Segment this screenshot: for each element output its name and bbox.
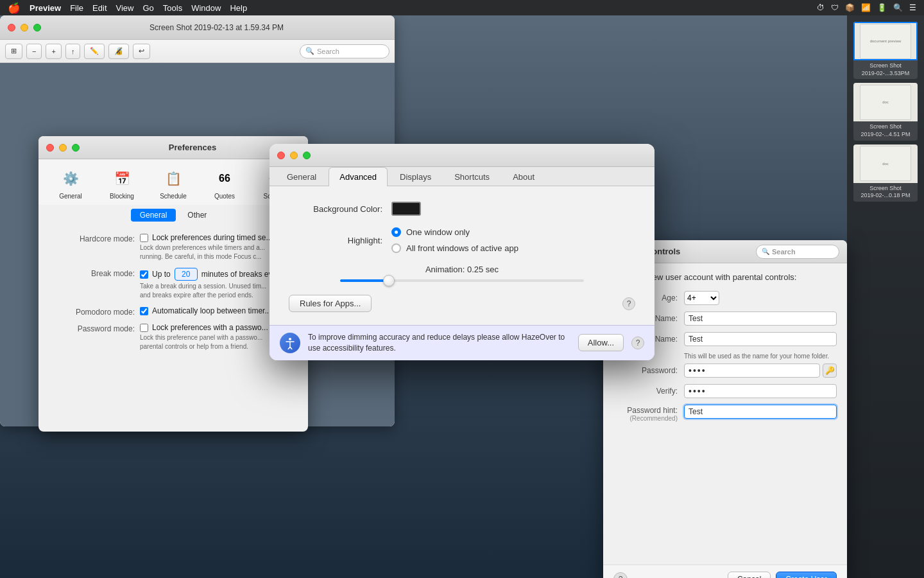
break-mode-label: Break mode: bbox=[51, 268, 135, 278]
time-machine-icon[interactable]: ⏱ bbox=[817, 3, 825, 12]
parental-search-input[interactable]: 🔍 Search bbox=[756, 245, 839, 259]
animation-section: Animation: 0.25 sec bbox=[289, 265, 635, 282]
accessibility-help-button[interactable]: ? bbox=[631, 337, 644, 349]
pomodoro-mode-checkbox-label: Automatically loop between timer... bbox=[152, 306, 271, 315]
tab-general[interactable]: General bbox=[276, 167, 327, 186]
menu-edit[interactable]: Edit bbox=[92, 3, 107, 13]
prefs-maximize-button[interactable] bbox=[72, 144, 80, 152]
background-color-label: Background Color: bbox=[289, 204, 391, 214]
break-minutes-input[interactable] bbox=[175, 268, 198, 281]
share-button[interactable]: ↑ bbox=[65, 44, 81, 59]
zoom-out-button[interactable]: − bbox=[26, 44, 42, 59]
prefs-icon-general[interactable]: ⚙️ General bbox=[51, 167, 90, 200]
menu-view[interactable]: View bbox=[116, 3, 134, 13]
key-icon[interactable]: 🔑 bbox=[823, 363, 837, 378]
security-icon[interactable]: 🛡 bbox=[831, 3, 839, 12]
preview-maximize-button[interactable] bbox=[33, 24, 41, 31]
dropbox-icon[interactable]: 📦 bbox=[845, 3, 855, 12]
tab-displays[interactable]: Displays bbox=[389, 167, 442, 186]
password-row: Password: •••• 🔑 bbox=[613, 363, 837, 378]
rules-for-apps-button[interactable]: Rules for Apps... bbox=[289, 295, 372, 312]
apple-menu-icon[interactable]: 🍎 bbox=[8, 2, 21, 14]
full-name-input[interactable] bbox=[684, 311, 837, 326]
tab-advanced[interactable]: Advanced bbox=[329, 167, 388, 186]
parental-create-button[interactable]: Create User bbox=[776, 572, 837, 578]
tab-shortcuts[interactable]: Shortcuts bbox=[443, 167, 501, 186]
prefs-subnav-other[interactable]: Other bbox=[178, 209, 216, 222]
one-window-radio[interactable] bbox=[391, 227, 401, 237]
modal-close-button[interactable] bbox=[277, 152, 285, 159]
parental-search-placeholder: Search bbox=[772, 248, 796, 256]
one-window-option[interactable]: One window only bbox=[391, 227, 518, 237]
highlight-radio-group: One window only All front windows of act… bbox=[391, 227, 518, 253]
parental-controls-footer: ? Cancel Create User bbox=[603, 565, 847, 578]
notification-icon[interactable]: ☰ bbox=[909, 3, 916, 12]
parental-help-button[interactable]: ? bbox=[613, 572, 628, 578]
prefs-icon-schedule[interactable]: 📋 Schedule bbox=[154, 167, 193, 200]
rules-row: Rules for Apps... ? bbox=[289, 295, 635, 312]
modal-titlebar bbox=[270, 144, 654, 167]
all-windows-radio[interactable] bbox=[391, 243, 401, 253]
allow-button[interactable]: Allow... bbox=[578, 334, 624, 351]
wifi-icon[interactable]: 📶 bbox=[861, 3, 871, 12]
password-input[interactable]: •••• bbox=[684, 363, 820, 378]
account-name-input[interactable] bbox=[684, 332, 837, 346]
prefs-icon-quotes[interactable]: 66 Quotes bbox=[205, 167, 244, 200]
prefs-minimize-button[interactable] bbox=[59, 144, 67, 152]
password-mode-checkbox[interactable] bbox=[140, 324, 148, 332]
modal-minimize-button[interactable] bbox=[290, 152, 298, 159]
break-mode-suffix: minutes of breaks ev... bbox=[201, 270, 278, 279]
thumbnail-sidebar: document preview Screen Shot2019-02-...3… bbox=[847, 15, 924, 578]
app-name[interactable]: Preview bbox=[30, 3, 61, 13]
battery-icon[interactable]: 🔋 bbox=[877, 3, 887, 12]
preview-search-input[interactable]: 🔍 Search bbox=[300, 44, 389, 58]
thumbnail-3[interactable]: doc Screen Shot2019-02-...0.18 PM bbox=[853, 144, 918, 202]
rotate-button[interactable]: ↩ bbox=[133, 44, 150, 59]
stamp-button[interactable]: 🔏 bbox=[108, 44, 129, 59]
thumbnail-2[interactable]: doc Screen Shot2019-02-...4.51 PM bbox=[853, 83, 918, 140]
parental-cancel-button[interactable]: Cancel bbox=[728, 572, 771, 578]
break-mode-checkbox[interactable] bbox=[140, 270, 148, 279]
modal-maximize-button[interactable] bbox=[303, 152, 311, 159]
prefs-icon-blocking[interactable]: 📅 Blocking bbox=[103, 167, 141, 200]
prefs-subnav-general[interactable]: General bbox=[131, 209, 176, 222]
sidebar-toggle-button[interactable]: ⊞ bbox=[5, 44, 22, 59]
preview-toolbar: ⊞ − + ↑ ✏️ 🔏 ↩ 🔍 Search bbox=[0, 40, 395, 63]
hardcore-mode-checkbox[interactable] bbox=[140, 234, 148, 242]
thumb-doc-2: doc bbox=[860, 85, 911, 120]
help-button[interactable]: ? bbox=[622, 297, 635, 310]
background-color-swatch[interactable] bbox=[391, 202, 421, 216]
age-select[interactable]: 4+ 9+ 12+ 17+ bbox=[684, 291, 719, 305]
verify-input[interactable]: •••• bbox=[684, 384, 837, 398]
preferences-subnav: General Other bbox=[38, 205, 308, 225]
prefs-close-button[interactable] bbox=[46, 144, 54, 152]
password-hint-input[interactable] bbox=[684, 405, 837, 419]
preview-titlebar: Screen Shot 2019-02-13 at 1.59.34 PM bbox=[0, 15, 395, 40]
thumbnail-img-1: document preview bbox=[853, 22, 918, 60]
menu-file[interactable]: File bbox=[70, 3, 83, 13]
animation-slider[interactable] bbox=[340, 279, 584, 282]
accessibility-banner: To improve dimming accuracy and reduce d… bbox=[270, 325, 654, 360]
menu-help[interactable]: Help bbox=[230, 3, 247, 13]
quotes-icon: 66 bbox=[213, 167, 236, 190]
pomodoro-mode-checkbox[interactable] bbox=[140, 307, 148, 315]
animation-slider-thumb[interactable] bbox=[383, 275, 395, 286]
accessibility-text: To improve dimming accuracy and reduce d… bbox=[308, 332, 570, 354]
password-hint-label: Password hint: (Recommended) bbox=[613, 405, 684, 422]
search-icon[interactable]: 🔍 bbox=[893, 3, 903, 12]
thumbnail-1[interactable]: document preview Screen Shot2019-02-...3… bbox=[853, 22, 918, 79]
break-mode-row: Break mode: Up to minutes of breaks ev..… bbox=[51, 268, 295, 300]
hardcore-mode-checkbox-label: Lock preferences during timed se... bbox=[152, 233, 272, 242]
markup-button[interactable]: ✏️ bbox=[84, 44, 105, 59]
all-windows-option[interactable]: All front windows of active app bbox=[391, 243, 518, 253]
zoom-in-button[interactable]: + bbox=[46, 44, 61, 59]
tab-about[interactable]: About bbox=[502, 167, 545, 186]
menu-window[interactable]: Window bbox=[191, 3, 221, 13]
preview-close-button[interactable] bbox=[8, 24, 15, 31]
preview-minimize-button[interactable] bbox=[21, 24, 28, 31]
menu-go[interactable]: Go bbox=[142, 3, 153, 13]
search-placeholder: Search bbox=[317, 48, 339, 55]
one-window-label: One window only bbox=[406, 227, 470, 237]
menu-tools[interactable]: Tools bbox=[163, 3, 182, 13]
thumbnail-img-3: doc bbox=[853, 144, 918, 183]
